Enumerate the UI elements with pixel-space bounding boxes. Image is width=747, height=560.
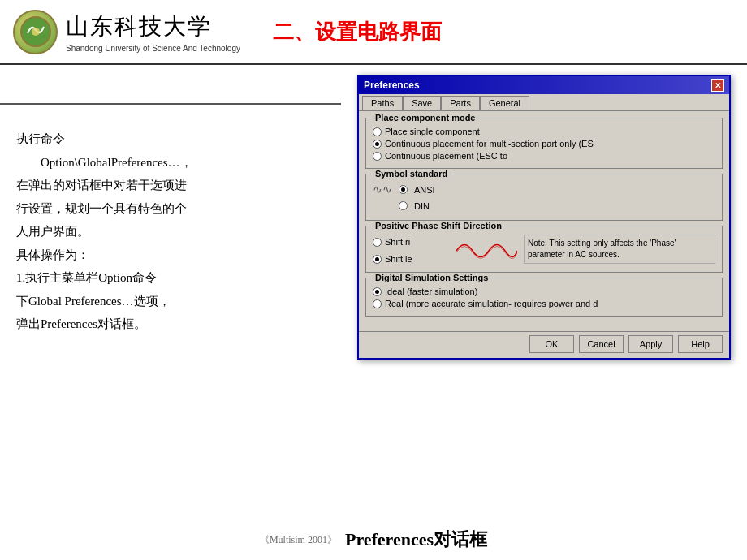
svg-point-1	[32, 28, 40, 36]
radio-row-ideal: Ideal (faster simulation)	[373, 286, 715, 296]
dialog-tabs: Paths Save Parts General	[359, 94, 729, 111]
header: 山东科技大学 Shandong University of Science An…	[0, 0, 747, 65]
symbol-standard-group: Symbol standard ∿∿ ANSI ∿∿ DIN	[365, 174, 723, 221]
logo-area: 山东科技大学 Shandong University of Science An…	[13, 10, 240, 54]
phase-wave-graphic	[452, 235, 517, 267]
place-component-options: Place single component Continuous placem…	[373, 127, 715, 161]
radio-shift-right-label: Shift ri	[385, 237, 410, 247]
radio-ideal[interactable]	[373, 287, 382, 296]
footer: 《Multisim 2001》 Preferences对话框	[0, 528, 747, 552]
university-name-cn: 山东科技大学	[66, 11, 240, 42]
left-text-block: 执行命令 Option\GlobalPreferences…， 在弹出的对话框中…	[16, 127, 325, 336]
radio-real[interactable]	[373, 299, 382, 308]
radio-row-real: Real (more accurate simulation- requires…	[373, 299, 715, 308]
radio-din[interactable]	[399, 201, 408, 210]
text-line-7: 1.执行主菜单栏Option命令	[16, 266, 325, 290]
page-title: 二、设置电路界面	[273, 18, 442, 46]
radio-row-continuous: Continuous placement (ESC to	[373, 151, 715, 161]
symbol-row-ansi: ∿∿ ANSI	[373, 183, 715, 196]
phase-shift-group: Positive Phase Shift Direction Shift ri	[365, 226, 723, 273]
radio-real-label: Real (more accurate simulation- requires…	[385, 299, 598, 308]
place-component-group: Place component mode Place single compon…	[365, 118, 723, 169]
university-logo	[13, 10, 58, 54]
text-line-3: 在弹出的对话框中对若干选项进	[16, 174, 325, 197]
text-line-9: 弹出Preferences对话框。	[16, 312, 325, 336]
text-line-8: 下Global Preferences…选项，	[16, 290, 325, 313]
footer-large-text: Preferences对话框	[345, 528, 487, 552]
tab-parts[interactable]: Parts	[441, 96, 480, 110]
digital-sim-group: Digital Simulation Settings Ideal (faste…	[365, 278, 723, 317]
digital-sim-title: Digital Simulation Settings	[373, 273, 490, 282]
dialog-title: Preferences	[364, 80, 420, 91]
right-panel: Preferences ✕ Paths Save Parts General P…	[341, 67, 747, 560]
ok-button[interactable]: OK	[529, 335, 574, 353]
radio-ansi-label: ANSI	[414, 185, 435, 195]
tab-save[interactable]: Save	[403, 96, 441, 110]
dialog-close-button[interactable]: ✕	[711, 79, 724, 92]
preferences-dialog: Preferences ✕ Paths Save Parts General P…	[357, 75, 731, 360]
place-component-title: Place component mode	[373, 113, 477, 123]
help-button[interactable]: Help	[678, 335, 723, 353]
phase-shift-title: Positive Phase Shift Direction	[373, 221, 504, 230]
symbol-row-din: ∿∿ DIN	[373, 199, 715, 213]
radio-shift-right[interactable]	[373, 238, 382, 247]
tab-paths[interactable]: Paths	[362, 96, 403, 110]
symbol-standard-title: Symbol standard	[373, 169, 450, 179]
radio-row-multi: Continuous placement for multi-section p…	[373, 139, 715, 149]
cancel-button[interactable]: Cancel	[579, 335, 624, 353]
dialog-titlebar: Preferences ✕	[359, 76, 729, 94]
dialog-buttons: OK Cancel Apply Help	[359, 331, 729, 358]
radio-din-label: DIN	[414, 201, 430, 211]
radio-row-shift-left: Shift le	[373, 254, 446, 264]
footer-small-text: 《Multisim 2001》	[260, 533, 337, 547]
university-name-block: 山东科技大学 Shandong University of Science An…	[66, 11, 240, 53]
radio-multi-label: Continuous placement for multi-section p…	[385, 139, 594, 149]
symbol-standard-options: ∿∿ ANSI ∿∿ DIN	[373, 183, 715, 213]
radio-single-label: Place single component	[385, 127, 480, 136]
radio-continuous[interactable]	[373, 152, 382, 161]
radio-ansi[interactable]	[399, 185, 408, 194]
radio-continuous-label: Continuous placement (ESC to	[385, 151, 507, 161]
text-line-6: 具体操作为：	[16, 243, 325, 267]
dialog-body: Place component mode Place single compon…	[359, 111, 729, 328]
text-line-5: 人用户界面。	[16, 220, 325, 243]
apply-button[interactable]: Apply	[628, 335, 673, 353]
phase-row: Shift ri Shift le	[373, 235, 715, 267]
radio-row-single: Place single component	[373, 127, 715, 136]
radio-multi[interactable]	[373, 140, 382, 149]
text-line-1: 执行命令	[16, 127, 325, 151]
radio-shift-left-label: Shift le	[385, 254, 412, 264]
main-content: 执行命令 Option\GlobalPreferences…， 在弹出的对话框中…	[0, 67, 747, 560]
radio-row-shift-right: Shift ri	[373, 237, 446, 247]
left-panel: 执行命令 Option\GlobalPreferences…， 在弹出的对话框中…	[0, 67, 341, 560]
radio-ideal-label: Ideal (faster simulation)	[385, 286, 477, 296]
phase-options: Shift ri Shift le	[373, 235, 446, 266]
phase-note: Note: This setting only affects the 'Pha…	[524, 235, 715, 264]
digital-sim-options: Ideal (faster simulation) Real (more acc…	[373, 286, 715, 308]
radio-single[interactable]	[373, 127, 382, 136]
tab-general[interactable]: General	[480, 96, 529, 110]
text-line-2: Option\GlobalPreferences…，	[16, 151, 325, 174]
text-line-4: 行设置，规划一个具有特色的个	[16, 197, 325, 221]
university-name-en: Shandong University of Science And Techn…	[66, 44, 240, 53]
phase-shift-content: Shift ri Shift le	[373, 235, 715, 267]
wave-icon-ansi: ∿∿	[373, 183, 392, 196]
radio-shift-left[interactable]	[373, 255, 382, 264]
